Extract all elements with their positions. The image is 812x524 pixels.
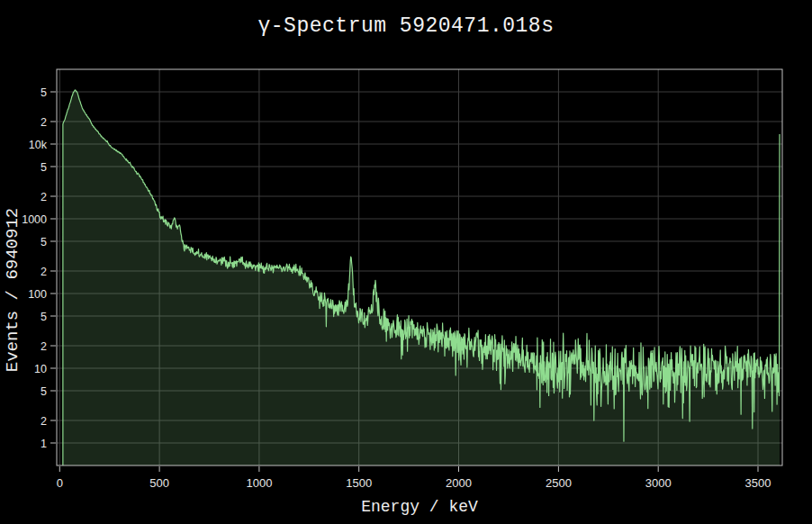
- y-tick-label: 2: [41, 116, 47, 129]
- y-tick-label: 5: [41, 161, 47, 174]
- y-tick-label: 2: [41, 191, 47, 203]
- y-tick-label: 2: [41, 266, 47, 278]
- x-tick-label: 2000: [446, 476, 472, 490]
- y-tick-label: 10: [34, 363, 47, 375]
- x-tick-label: 3000: [645, 476, 672, 490]
- y-tick-label: 5: [41, 385, 47, 398]
- x-tick-label: 500: [149, 476, 169, 490]
- x-tick-label: 2500: [546, 476, 572, 490]
- x-tick-label: 1000: [246, 476, 272, 490]
- x-tick-label: 1500: [346, 476, 372, 490]
- x-tick-label: 3500: [745, 476, 771, 490]
- spectrum-window: γ-Spectrum 5920471.018s 0500100015002000…: [0, 0, 812, 524]
- spectrum-plot[interactable]: 0500100015002000250030003500125102510025…: [0, 0, 812, 524]
- y-tick-label: 10k: [29, 139, 48, 151]
- x-axis-title: Energy / keV: [57, 498, 782, 516]
- x-tick-label: 0: [57, 476, 63, 490]
- y-tick-label: 5: [41, 311, 47, 323]
- y-tick-label: 2: [41, 415, 47, 428]
- y-tick-label: 1: [41, 438, 47, 450]
- spectrum-area: [63, 90, 780, 465]
- y-tick-label: 5: [41, 236, 47, 248]
- y-tick-label: 100: [28, 288, 47, 301]
- y-tick-label: 2: [41, 340, 47, 353]
- y-axis-title: Events / 6940912: [3, 208, 23, 372]
- y-tick-label: 1000: [22, 213, 47, 226]
- y-tick-label: 5: [41, 86, 47, 99]
